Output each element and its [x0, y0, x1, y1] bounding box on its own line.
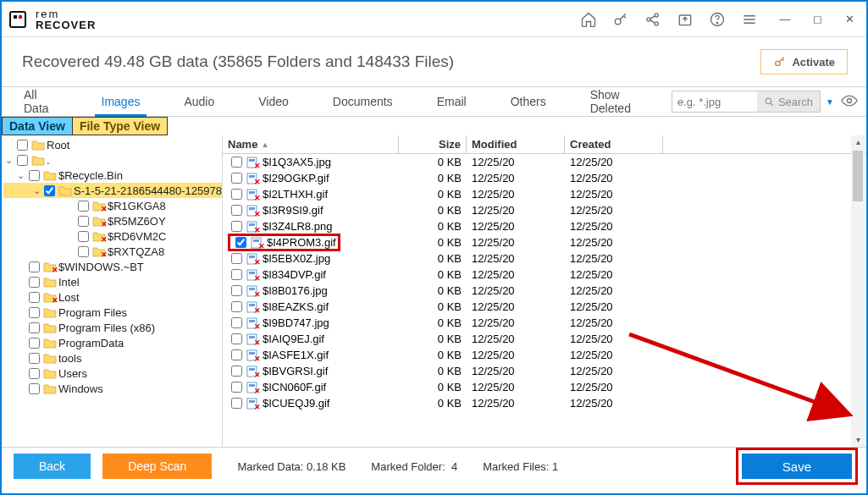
file-row[interactable]: $I29OGKP.gif 0 KB 12/25/20 12/25/20	[223, 170, 866, 186]
file-row[interactable]: $I8EAZKS.gif 0 KB 12/25/20 12/25/20	[223, 299, 866, 315]
tree-item-root[interactable]: Root	[3, 137, 222, 152]
activate-button[interactable]: Activate	[760, 49, 848, 74]
file-row[interactable]: $IASFE1X.gif 0 KB 12/25/20 12/25/20	[223, 347, 866, 363]
file-checkbox[interactable]	[231, 317, 242, 328]
tree-item[interactable]: $R1GKGA8	[3, 198, 222, 213]
tab-documents[interactable]: Documents	[311, 87, 415, 116]
tab-images[interactable]: Images	[80, 87, 163, 116]
collapse-icon[interactable]: ⌄	[3, 155, 14, 166]
file-checkbox[interactable]	[231, 253, 242, 264]
save-button[interactable]: Save	[742, 454, 852, 479]
tree-item[interactable]: Program Files (x86)	[3, 320, 222, 335]
file-row[interactable]: $I834DVP.gif 0 KB 12/25/20 12/25/20	[223, 267, 866, 283]
tree-checkbox[interactable]	[78, 216, 89, 227]
key-icon[interactable]	[612, 11, 629, 28]
search-button[interactable]: Search	[757, 91, 820, 112]
file-checkbox[interactable]	[231, 269, 242, 280]
tree-item[interactable]: ProgramData	[3, 335, 222, 350]
tree-item[interactable]: $RD6VM2C	[3, 228, 222, 244]
back-button[interactable]: Back	[14, 454, 91, 479]
scroll-up-icon[interactable]: ▴	[851, 135, 865, 149]
col-size[interactable]: Size	[399, 135, 467, 153]
tree-item[interactable]: Lost	[3, 289, 222, 305]
file-checkbox[interactable]	[231, 173, 242, 184]
search-input[interactable]	[672, 96, 757, 108]
minimize-icon[interactable]: —	[775, 13, 795, 25]
file-checkbox[interactable]	[231, 382, 242, 393]
tree-item[interactable]: Program Files	[3, 305, 222, 320]
share-icon[interactable]	[644, 11, 661, 28]
tab-all-data[interactable]: All Data	[2, 87, 80, 116]
file-checkbox[interactable]	[231, 398, 242, 409]
scroll-thumb[interactable]	[853, 151, 863, 201]
tree-item[interactable]: Intel	[3, 274, 222, 289]
tree-item[interactable]: $WINDOWS.~BT	[3, 259, 222, 274]
tree-item[interactable]: ⌄ .	[3, 152, 222, 168]
tab-show-deleted[interactable]: Show Deleted	[568, 87, 672, 116]
search-dropdown-icon[interactable]: ▼	[826, 97, 834, 107]
tab-email[interactable]: Email	[415, 87, 489, 116]
deep-scan-button[interactable]: Deep Scan	[102, 454, 212, 479]
tab-data-view[interactable]: Data View	[2, 117, 72, 135]
file-checkbox[interactable]	[231, 205, 242, 216]
tree-checkbox[interactable]	[44, 185, 55, 196]
tree-item[interactable]: $R5MZ6OY	[3, 213, 222, 228]
tree-item[interactable]: ⌄ S-1-5-21-2186544480-125978	[3, 183, 222, 198]
file-row[interactable]: $I3Z4LR8.png 0 KB 12/25/20 12/25/20	[223, 218, 866, 234]
tree-item[interactable]: Windows	[3, 381, 222, 396]
tree-checkbox[interactable]	[29, 383, 40, 394]
tab-audio[interactable]: Audio	[162, 87, 236, 116]
tree-checkbox[interactable]	[29, 292, 40, 303]
tree-checkbox[interactable]	[29, 322, 40, 333]
tree-item[interactable]: Users	[3, 366, 222, 381]
tree-checkbox[interactable]	[17, 140, 28, 151]
file-row[interactable]: $I3R9SI9.gif 0 KB 12/25/20 12/25/20	[223, 202, 866, 218]
file-row[interactable]: $I4PROM3.gif 0 KB 12/25/20 12/25/20	[223, 234, 866, 250]
tree-checkbox[interactable]	[29, 307, 40, 318]
menu-icon[interactable]	[741, 11, 758, 28]
file-row[interactable]: $IAIQ9EJ.gif 0 KB 12/25/20 12/25/20	[223, 331, 866, 347]
file-row[interactable]: $IBVGRSI.gif 0 KB 12/25/20 12/25/20	[223, 363, 866, 379]
collapse-icon[interactable]: ⌄	[15, 170, 25, 181]
tree-item[interactable]: tools	[3, 350, 222, 366]
file-row[interactable]: $ICUEQJ9.gif 0 KB 12/25/20 12/25/20	[223, 395, 866, 411]
tree-checkbox[interactable]	[29, 277, 40, 288]
col-created[interactable]: Created	[565, 135, 663, 153]
maximize-icon[interactable]: ◻	[807, 13, 827, 25]
vertical-scrollbar[interactable]: ▴ ▾	[851, 135, 865, 447]
file-checkbox[interactable]	[231, 333, 242, 344]
home-icon[interactable]	[580, 11, 597, 28]
tab-file-type-view[interactable]: File Type View	[72, 117, 168, 135]
tree-checkbox[interactable]	[78, 201, 89, 212]
collapse-icon[interactable]: ⌄	[32, 185, 41, 196]
col-name[interactable]: Name▲	[223, 135, 399, 153]
preview-eye-icon[interactable]	[841, 95, 858, 109]
file-row[interactable]: $I8B0176.jpg 0 KB 12/25/20 12/25/20	[223, 283, 866, 299]
tab-video[interactable]: Video	[236, 87, 311, 116]
tree-checkbox[interactable]	[29, 368, 40, 379]
tree-checkbox[interactable]	[29, 338, 40, 349]
file-checkbox[interactable]	[235, 237, 246, 248]
tree-item[interactable]: $RXTQZA8	[3, 244, 222, 259]
file-row[interactable]: $I9BD747.jpg 0 KB 12/25/20 12/25/20	[223, 315, 866, 331]
update-icon[interactable]	[677, 11, 694, 28]
file-row[interactable]: $I1Q3AX5.jpg 0 KB 12/25/20 12/25/20	[223, 154, 866, 170]
tree-checkbox[interactable]	[78, 246, 89, 257]
tree-checkbox[interactable]	[29, 353, 40, 364]
file-checkbox[interactable]	[231, 285, 242, 296]
tree-checkbox[interactable]	[29, 170, 40, 181]
tree-checkbox[interactable]	[17, 155, 28, 166]
file-row[interactable]: $ICN060F.gif 0 KB 12/25/20 12/25/20	[223, 379, 866, 395]
scroll-down-icon[interactable]: ▾	[851, 433, 865, 447]
file-checkbox[interactable]	[231, 221, 242, 232]
tab-others[interactable]: Others	[489, 87, 568, 116]
file-checkbox[interactable]	[231, 366, 242, 377]
file-row[interactable]: $I5EBX0Z.jpg 0 KB 12/25/20 12/25/20	[223, 250, 866, 267]
tree-checkbox[interactable]	[78, 231, 89, 242]
file-row[interactable]: $I2LTHXH.gif 0 KB 12/25/20 12/25/20	[223, 186, 866, 202]
col-modified[interactable]: Modified	[467, 135, 565, 153]
tree-checkbox[interactable]	[29, 261, 40, 272]
file-checkbox[interactable]	[231, 157, 242, 168]
help-icon[interactable]	[709, 11, 726, 28]
file-checkbox[interactable]	[231, 301, 242, 312]
